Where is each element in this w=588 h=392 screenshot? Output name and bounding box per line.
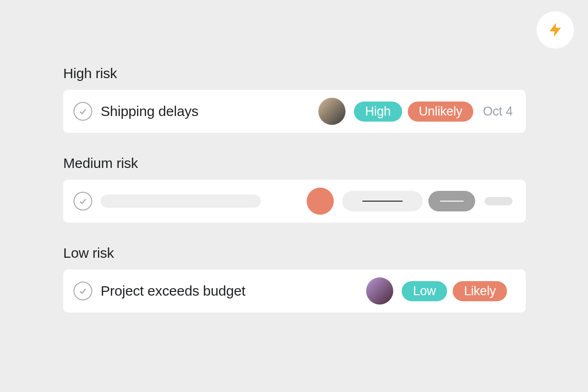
section-title: High risk [63, 65, 526, 81]
likelihood-badge[interactable]: Likely [453, 281, 507, 301]
due-date[interactable]: Oct 4 [483, 104, 513, 119]
avatar[interactable] [366, 277, 393, 305]
placeholder-pill [342, 191, 423, 211]
placeholder-pill [428, 191, 475, 211]
task-row[interactable]: Shipping delays High Unlikely Oct 4 [63, 90, 526, 133]
lightning-fab[interactable] [537, 11, 574, 49]
avatar[interactable] [318, 98, 345, 125]
task-row[interactable]: Project exceeds budget Low Likely [63, 269, 526, 312]
task-row-placeholder[interactable] [63, 180, 526, 223]
complete-checkbox[interactable] [74, 282, 92, 300]
priority-badge[interactable]: Low [402, 281, 447, 301]
check-icon [78, 107, 88, 116]
section-title: Low risk [63, 245, 526, 261]
placeholder-date [485, 197, 513, 205]
section-low-risk: Low risk Project exceeds budget Low Like… [63, 245, 526, 312]
lightning-icon [547, 22, 564, 38]
placeholder-avatar [307, 188, 334, 215]
placeholder-title [101, 195, 261, 208]
section-title: Medium risk [63, 155, 526, 171]
task-title: Shipping delays [101, 103, 318, 119]
section-medium-risk: Medium risk [63, 155, 526, 223]
priority-badge[interactable]: High [354, 102, 402, 122]
complete-checkbox[interactable] [74, 102, 92, 121]
section-high-risk: High risk Shipping delays High Unlikely … [63, 65, 526, 133]
likelihood-badge[interactable]: Unlikely [408, 102, 474, 122]
complete-checkbox[interactable] [74, 192, 92, 211]
risk-sections: High risk Shipping delays High Unlikely … [63, 65, 526, 335]
check-icon [78, 196, 88, 206]
task-title: Project exceeds budget [101, 283, 366, 299]
check-icon [78, 286, 88, 296]
